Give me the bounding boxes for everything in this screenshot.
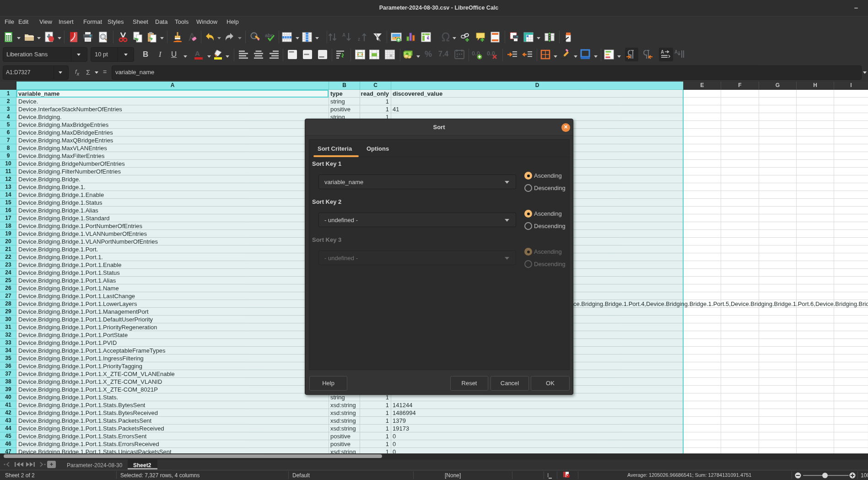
svg-text:A: A xyxy=(674,49,678,55)
svg-text:A: A xyxy=(342,33,345,38)
svg-text:z: z xyxy=(358,37,360,42)
svg-text:A: A xyxy=(195,49,200,57)
svg-text:A: A xyxy=(661,49,664,55)
